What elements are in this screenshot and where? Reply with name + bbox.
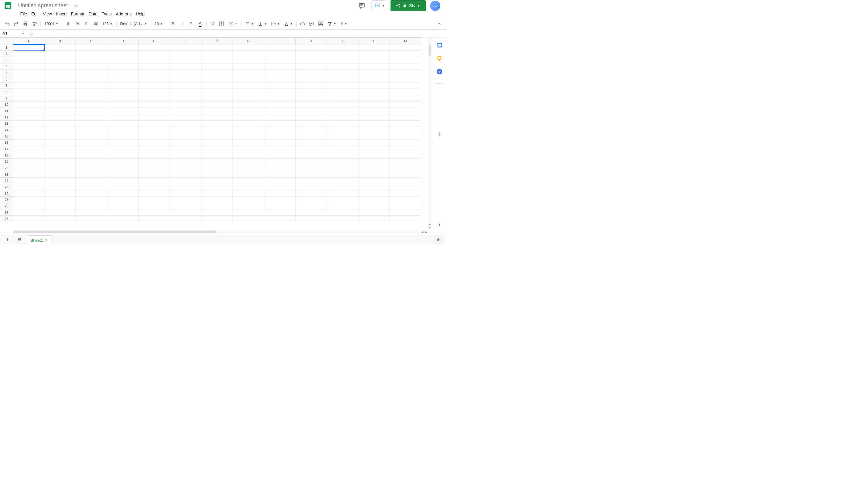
cell-A17[interactable] bbox=[13, 146, 44, 152]
cell-L14[interactable] bbox=[359, 127, 390, 133]
cell-F9[interactable] bbox=[170, 95, 202, 101]
cell-L12[interactable] bbox=[359, 114, 390, 121]
cell-E19[interactable] bbox=[138, 159, 170, 165]
text-wrap-dropdown[interactable]: ▼ bbox=[269, 20, 281, 28]
cell-M20[interactable] bbox=[390, 165, 421, 171]
cell-D1[interactable] bbox=[107, 44, 138, 51]
row-header[interactable]: 27 bbox=[0, 209, 13, 216]
cell-L13[interactable] bbox=[359, 121, 390, 127]
cell-E21[interactable] bbox=[138, 171, 170, 178]
cell-A26[interactable] bbox=[13, 203, 44, 209]
cell-B17[interactable] bbox=[44, 146, 76, 152]
cell-C19[interactable] bbox=[76, 159, 107, 165]
menu-view[interactable]: View bbox=[41, 10, 54, 18]
cell-B7[interactable] bbox=[44, 83, 76, 89]
cell-F25[interactable] bbox=[170, 197, 202, 203]
cell-G4[interactable] bbox=[202, 63, 233, 70]
row-header[interactable]: 25 bbox=[0, 197, 13, 203]
cell-H8[interactable] bbox=[233, 89, 264, 95]
cell-F14[interactable] bbox=[170, 127, 202, 133]
cell-E11[interactable] bbox=[138, 108, 170, 114]
cell-J26[interactable] bbox=[296, 203, 327, 209]
row-header[interactable]: 20 bbox=[0, 165, 13, 171]
cell-E15[interactable] bbox=[138, 133, 170, 140]
text-color-icon[interactable]: A bbox=[196, 20, 205, 28]
cell-H16[interactable] bbox=[233, 140, 264, 146]
bold-icon[interactable]: B bbox=[169, 20, 177, 28]
cell-H14[interactable] bbox=[233, 127, 264, 133]
cell-I21[interactable] bbox=[264, 171, 296, 178]
cell-J9[interactable] bbox=[296, 95, 327, 101]
row-header[interactable]: 2 bbox=[0, 51, 13, 57]
row-header[interactable]: 26 bbox=[0, 203, 13, 209]
cell-K5[interactable] bbox=[327, 70, 359, 76]
cell-I20[interactable] bbox=[264, 165, 296, 171]
cell-C20[interactable] bbox=[76, 165, 107, 171]
row-header[interactable]: 24 bbox=[0, 190, 13, 197]
cell-A4[interactable] bbox=[13, 63, 44, 70]
cell-K21[interactable] bbox=[327, 171, 359, 178]
strikethrough-icon[interactable]: S bbox=[187, 20, 195, 28]
cell-F4[interactable] bbox=[170, 63, 202, 70]
cell-F1[interactable] bbox=[170, 44, 202, 51]
cell-H6[interactable] bbox=[233, 76, 264, 83]
column-header[interactable]: M bbox=[390, 38, 421, 44]
cell-F23[interactable] bbox=[170, 184, 202, 190]
cell-E10[interactable] bbox=[138, 101, 170, 108]
increase-decimal-icon[interactable]: .00 bbox=[91, 20, 100, 28]
column-header[interactable]: I bbox=[264, 38, 296, 44]
cell-H5[interactable] bbox=[233, 70, 264, 76]
cell-K26[interactable] bbox=[327, 203, 359, 209]
cell-I9[interactable] bbox=[264, 95, 296, 101]
merge-cells-dropdown[interactable]: ▼ bbox=[226, 20, 240, 28]
cell-A3[interactable] bbox=[13, 57, 44, 63]
cell-M14[interactable] bbox=[390, 127, 421, 133]
cell-E13[interactable] bbox=[138, 121, 170, 127]
cell-F20[interactable] bbox=[170, 165, 202, 171]
cell-A13[interactable] bbox=[13, 121, 44, 127]
cell-M24[interactable] bbox=[390, 190, 421, 197]
cell-E18[interactable] bbox=[138, 152, 170, 159]
cell-J19[interactable] bbox=[296, 159, 327, 165]
row-header[interactable]: 12 bbox=[0, 114, 13, 121]
cell-K6[interactable] bbox=[327, 76, 359, 83]
cell-M15[interactable] bbox=[390, 133, 421, 140]
sheet-tab-active[interactable]: Sheet1 ▼ bbox=[27, 235, 51, 245]
cell-C3[interactable] bbox=[76, 57, 107, 63]
cell-M9[interactable] bbox=[390, 95, 421, 101]
cell-E1[interactable] bbox=[138, 44, 170, 51]
menu-data[interactable]: Data bbox=[86, 10, 100, 18]
cell-A15[interactable] bbox=[13, 133, 44, 140]
cell-D19[interactable] bbox=[107, 159, 138, 165]
cell-L4[interactable] bbox=[359, 63, 390, 70]
cell-F22[interactable] bbox=[170, 178, 202, 184]
cell-C14[interactable] bbox=[76, 127, 107, 133]
column-header[interactable]: G bbox=[202, 38, 233, 44]
cell-C7[interactable] bbox=[76, 83, 107, 89]
cell-D13[interactable] bbox=[107, 121, 138, 127]
cell-J8[interactable] bbox=[296, 89, 327, 95]
cell-I22[interactable] bbox=[264, 178, 296, 184]
document-title[interactable]: Untitled spreadsheet bbox=[16, 2, 70, 9]
cell-A25[interactable] bbox=[13, 197, 44, 203]
vertical-align-dropdown[interactable]: ▼ bbox=[256, 20, 269, 28]
cell-E17[interactable] bbox=[138, 146, 170, 152]
cell-D15[interactable] bbox=[107, 133, 138, 140]
cell-C21[interactable] bbox=[76, 171, 107, 178]
cell-C11[interactable] bbox=[76, 108, 107, 114]
cell-C6[interactable] bbox=[76, 76, 107, 83]
cell-M25[interactable] bbox=[390, 197, 421, 203]
cell-M18[interactable] bbox=[390, 152, 421, 159]
cell-D12[interactable] bbox=[107, 114, 138, 121]
cell-I11[interactable] bbox=[264, 108, 296, 114]
cell-K9[interactable] bbox=[327, 95, 359, 101]
cell-A23[interactable] bbox=[13, 184, 44, 190]
cell-D28[interactable] bbox=[107, 216, 138, 222]
cell-H25[interactable] bbox=[233, 197, 264, 203]
cell-J23[interactable] bbox=[296, 184, 327, 190]
print-icon[interactable] bbox=[21, 20, 30, 28]
row-header[interactable]: 16 bbox=[0, 140, 13, 146]
cell-F15[interactable] bbox=[170, 133, 202, 140]
cell-L3[interactable] bbox=[359, 57, 390, 63]
cell-A24[interactable] bbox=[13, 190, 44, 197]
